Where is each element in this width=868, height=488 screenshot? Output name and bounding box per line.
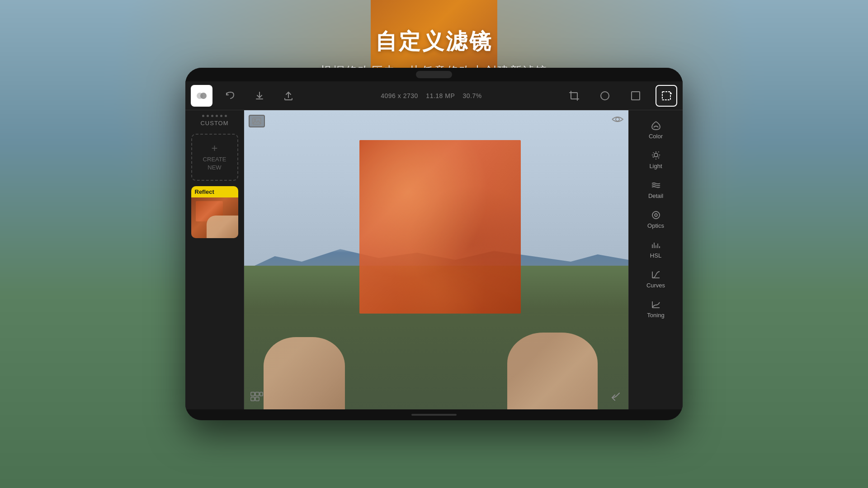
svg-rect-10	[662, 92, 670, 100]
optics-icon	[651, 210, 661, 220]
curves-label: Curves	[646, 282, 665, 289]
square-mode-button[interactable]	[625, 85, 646, 107]
overlay-clouds	[359, 140, 521, 314]
create-new-button[interactable]: + CREATE NEW	[191, 134, 238, 181]
svg-rect-17	[260, 392, 263, 396]
svg-point-8	[601, 92, 609, 100]
toning-icon	[651, 300, 661, 310]
sidebar-item-detail[interactable]: Detail	[631, 175, 681, 204]
sidebar-item-optics[interactable]: Optics	[631, 205, 681, 234]
svg-point-22	[655, 214, 657, 216]
undo-button[interactable]	[220, 85, 241, 107]
create-new-label: CREATE NEW	[203, 155, 226, 172]
canvas-bottom-bar	[249, 389, 624, 405]
sidebar-left: CUSTOM + CREATE NEW Reflect	[185, 110, 244, 409]
tablet-device: 4096 x 2730 11.18 MP 30.7%	[185, 68, 683, 420]
filter-card-label: Reflect	[191, 186, 238, 197]
dot-4	[216, 115, 218, 117]
toolbar: 4096 x 2730 11.18 MP 30.7%	[185, 81, 683, 110]
svg-point-21	[652, 211, 660, 219]
megapixels: 11.18 MP	[426, 92, 455, 99]
sidebar-item-hsl[interactable]: HSL	[631, 235, 681, 264]
sidebar-item-light[interactable]: Light	[631, 145, 681, 174]
tablet-bottom-bar	[185, 409, 683, 420]
canvas-area[interactable]	[244, 110, 628, 409]
dot-2	[207, 115, 209, 117]
download-button[interactable]	[249, 85, 270, 107]
hsl-icon	[651, 240, 661, 250]
hsl-label: HSL	[650, 252, 661, 259]
detail-icon	[651, 180, 661, 190]
home-indicator	[411, 414, 457, 416]
svg-rect-18	[251, 397, 255, 401]
photo-background	[244, 110, 628, 409]
canvas-image-icon-wrap	[249, 115, 265, 127]
crop-button[interactable]	[563, 85, 585, 107]
sidebar-item-color[interactable]: Color	[631, 116, 681, 145]
optics-label: Optics	[647, 222, 664, 229]
svg-rect-19	[255, 397, 259, 401]
image-icon[interactable]	[249, 115, 265, 127]
svg-rect-3	[571, 93, 577, 99]
back-icon[interactable]	[608, 389, 624, 405]
color-label: Color	[649, 133, 663, 140]
filter-card-reflect[interactable]: Reflect	[191, 186, 238, 238]
filter-card-thumbnail	[191, 197, 238, 238]
svg-point-13	[254, 119, 256, 121]
color-icon	[651, 121, 661, 131]
sidebar-right: Color Light	[628, 110, 683, 409]
create-new-plus-icon: +	[211, 143, 217, 154]
svg-rect-16	[255, 392, 259, 396]
share-button[interactable]	[278, 85, 299, 107]
dot-3	[211, 115, 213, 117]
toolbar-left	[191, 85, 299, 107]
magic-select-button[interactable]	[656, 85, 677, 107]
filters-button[interactable]	[191, 85, 212, 107]
filter-thumb-hand	[207, 216, 238, 238]
grid-icon[interactable]	[249, 389, 265, 405]
light-label: Light	[649, 163, 662, 169]
dot-6	[225, 115, 227, 117]
content-area: CUSTOM + CREATE NEW Reflect	[185, 110, 683, 409]
toning-label: Toning	[647, 312, 664, 319]
svg-point-14	[616, 117, 619, 121]
curves-icon	[651, 270, 661, 280]
sidebar-dots	[202, 115, 227, 117]
detail-label: Detail	[648, 192, 663, 199]
sidebar-item-curves[interactable]: Curves	[631, 265, 681, 294]
circle-mode-button[interactable]	[594, 85, 616, 107]
sidebar-label: CUSTOM	[200, 120, 228, 127]
image-dimensions: 4096 x 2730	[381, 92, 418, 99]
canvas-eye-wrap	[611, 115, 624, 124]
eye-icon[interactable]	[611, 115, 624, 124]
tablet-top-bar	[185, 68, 683, 81]
app-screen: 4096 x 2730 11.18 MP 30.7%	[185, 81, 683, 409]
svg-rect-12	[253, 118, 261, 124]
svg-point-1	[200, 93, 207, 99]
light-icon	[651, 150, 661, 160]
photo-orange-overlay	[359, 140, 521, 314]
toolbar-right	[563, 85, 677, 107]
svg-rect-2	[256, 99, 263, 99]
camera-bump	[416, 71, 452, 78]
svg-point-20	[654, 153, 658, 157]
sidebar-item-toning[interactable]: Toning	[631, 295, 681, 324]
toolbar-center: 4096 x 2730 11.18 MP 30.7%	[299, 92, 563, 99]
svg-rect-9	[632, 92, 640, 100]
svg-rect-15	[251, 392, 255, 396]
title-main: 自定义滤镜	[0, 27, 868, 56]
zoom-level: 30.7%	[463, 92, 482, 99]
dot-1	[202, 115, 204, 117]
dot-5	[220, 115, 222, 117]
